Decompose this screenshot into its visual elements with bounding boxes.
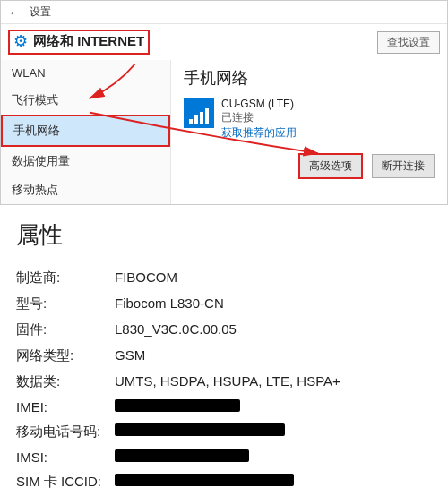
- advanced-options-button[interactable]: 高级选项: [298, 153, 363, 179]
- category-label: 网络和 INTERNET: [33, 33, 144, 50]
- prop-label: IMSI:: [16, 449, 115, 465]
- prop-label: 固件:: [16, 321, 115, 338]
- gear-icon: ⚙: [13, 31, 28, 51]
- prop-value-redacted: [115, 423, 432, 440]
- prop-label: 移动电话号码:: [16, 423, 115, 440]
- prop-label: IMEI:: [16, 399, 115, 415]
- main-panel: 手机网络 CU-GSM (LTE) 已连接 获取推荐的应用 高级选项 断开连接: [171, 60, 447, 204]
- prop-value: L830_V3C.0C.00.05: [115, 321, 432, 338]
- prop-row: 移动电话号码:: [16, 419, 432, 445]
- network-text: CU-GSM (LTE) 已连接 获取推荐的应用: [221, 98, 297, 141]
- prop-value-redacted: [115, 449, 432, 465]
- category-header: ⚙ 网络和 INTERNET 查找设置: [1, 23, 447, 60]
- network-name: CU-GSM (LTE): [221, 98, 297, 110]
- properties-section: 属性 制造商:FIBOCOM 型号:Fibocom L830-CN 固件:L83…: [0, 205, 448, 496]
- sidebar-item-hotspot[interactable]: 移动热点: [1, 175, 170, 204]
- prop-label: 型号:: [16, 295, 115, 312]
- prop-row: IMSI:: [16, 445, 432, 469]
- prop-row: 固件:L830_V3C.0C.00.05: [16, 317, 432, 343]
- window-title: 设置: [30, 4, 51, 20]
- find-settings-button[interactable]: 查找设置: [377, 31, 440, 54]
- prop-row: 制造商:FIBOCOM: [16, 265, 432, 291]
- prop-value: GSM: [115, 347, 432, 364]
- redacted-value: [115, 449, 249, 462]
- sidebar-item-data-usage[interactable]: 数据使用量: [1, 147, 170, 175]
- redacted-value: [115, 399, 240, 412]
- prop-row: SIM 卡 ICCID:: [16, 469, 432, 495]
- prop-value-redacted: [115, 474, 432, 491]
- redacted-value: [115, 423, 285, 436]
- prop-row: 型号:Fibocom L830-CN: [16, 291, 432, 317]
- button-row: 高级选项 断开连接: [184, 153, 435, 179]
- sidebar-item-airplane[interactable]: 飞行模式: [1, 86, 170, 115]
- prop-label: 数据类:: [16, 373, 115, 390]
- prop-label: 制造商:: [16, 269, 115, 286]
- content-row: WLAN 飞行模式 手机网络 数据使用量 移动热点 手机网络 CU-GSM (L…: [1, 60, 447, 204]
- titlebar: ← 设置: [1, 1, 447, 23]
- prop-label: SIM 卡 ICCID:: [16, 474, 115, 491]
- prop-value: UMTS, HSDPA, HSUPA, LTE, HSPA+: [115, 373, 432, 390]
- redacted-value: [115, 474, 294, 486]
- prop-row: 数据类:UMTS, HSDPA, HSUPA, LTE, HSPA+: [16, 369, 432, 395]
- page-title: 手机网络: [184, 67, 435, 89]
- sidebar-item-cellular[interactable]: 手机网络: [1, 115, 170, 147]
- prop-value: FIBOCOM: [115, 269, 432, 286]
- prop-value-redacted: [115, 399, 432, 415]
- back-icon[interactable]: ←: [8, 5, 21, 20]
- prop-row: 网络类型:GSM: [16, 343, 432, 369]
- settings-window: ← 设置 ⚙ 网络和 INTERNET 查找设置 WLAN 飞行模式 手机网络 …: [0, 0, 448, 205]
- signal-icon: [184, 98, 214, 128]
- network-link[interactable]: 获取推荐的应用: [221, 125, 297, 141]
- prop-row: IMEI:: [16, 395, 432, 419]
- properties-title: 属性: [16, 219, 432, 251]
- sidebar: WLAN 飞行模式 手机网络 数据使用量 移动热点: [1, 60, 171, 204]
- category-highlight: ⚙ 网络和 INTERNET: [8, 30, 150, 55]
- sidebar-item-wlan[interactable]: WLAN: [1, 60, 170, 86]
- prop-label: 网络类型:: [16, 347, 115, 364]
- prop-value: Fibocom L830-CN: [115, 295, 432, 312]
- disconnect-button[interactable]: 断开连接: [372, 154, 435, 178]
- network-status: 已连接: [221, 110, 297, 125]
- network-block[interactable]: CU-GSM (LTE) 已连接 获取推荐的应用: [184, 98, 435, 141]
